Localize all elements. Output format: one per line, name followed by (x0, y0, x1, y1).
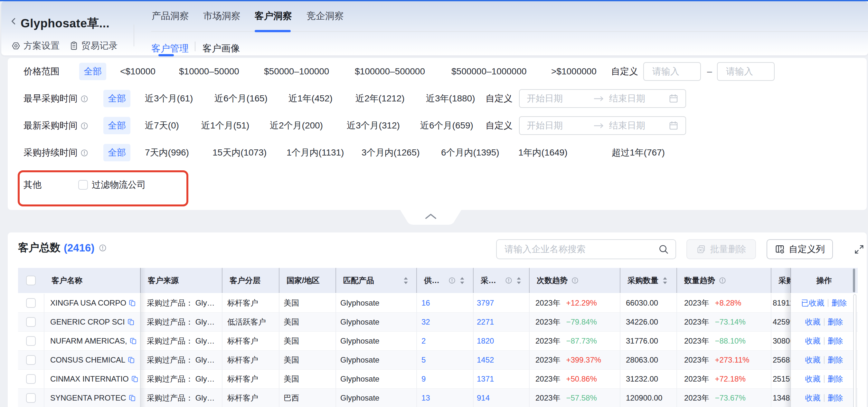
filter-option[interactable]: 1年内(1649) (518, 147, 568, 159)
date-range-input[interactable]: 开始日期结束日期 (519, 89, 686, 108)
row-checkbox[interactable] (26, 374, 36, 384)
custom-columns-button[interactable]: 自定义列 (767, 239, 833, 259)
filter-option[interactable]: 近6个月(165) (214, 92, 268, 105)
filter-option[interactable]: 15天内(1073) (213, 147, 267, 159)
price-min-input[interactable]: 请输入 (643, 62, 701, 81)
delete-link[interactable]: 删除 (828, 393, 843, 403)
customer-name[interactable]: NUFARM AMERICAS, (50, 337, 127, 345)
favorite-link[interactable]: 收藏 (805, 336, 821, 346)
filter-option[interactable]: 7天内(996) (145, 147, 189, 159)
purchase-count-link[interactable]: 1820 (477, 337, 494, 345)
customer-name[interactable]: GENERIC CROP SCI (50, 317, 125, 326)
supplier-count-link[interactable]: 2 (422, 337, 426, 345)
custom-date-label[interactable]: 自定义 (486, 92, 513, 105)
table-header-cell-quantity: 采购数量 (620, 268, 676, 293)
filter-label: 最早采购时间 (24, 92, 78, 105)
purchase-count-link[interactable]: 1371 (477, 374, 494, 383)
copy-icon[interactable] (129, 395, 136, 402)
delete-link[interactable]: 删除 (828, 374, 843, 384)
scheme-settings-button[interactable]: 方案设置 (11, 40, 60, 52)
filter-option[interactable]: >$1000000 (551, 66, 597, 76)
delete-link[interactable]: 删除 (828, 317, 843, 327)
filter-option[interactable]: 全部 (79, 63, 106, 80)
favorite-link[interactable]: 已收藏 (801, 298, 825, 308)
filter-option[interactable]: 6个月内(1395) (441, 147, 499, 159)
table-scrollbar-track[interactable] (853, 294, 857, 407)
back-button[interactable] (9, 17, 19, 26)
sort-icon[interactable] (516, 277, 522, 285)
delete-link[interactable]: 删除 (832, 298, 847, 308)
sort-icon[interactable] (662, 277, 668, 285)
filter-option[interactable]: <$10000 (120, 66, 156, 76)
filter-option[interactable]: $50000–100000 (264, 66, 329, 76)
copy-icon[interactable] (127, 318, 135, 326)
filter-option[interactable]: 3个月内(1265) (362, 147, 420, 159)
copy-icon[interactable] (130, 338, 137, 345)
supplier-count-link[interactable]: 16 (422, 299, 430, 308)
tab-market-insight[interactable]: 市场洞察 (203, 10, 241, 23)
filter-option[interactable]: $100000–500000 (355, 66, 425, 76)
tab-product-insight[interactable]: 产品洞察 (152, 10, 189, 23)
filter-option[interactable]: $500000–1000000 (452, 66, 527, 76)
supplier-count-link[interactable]: 13 (422, 394, 430, 403)
purchase-count-link[interactable]: 2271 (477, 317, 494, 326)
filter-option[interactable]: 近6个月(659) (420, 120, 473, 132)
filter-option[interactable]: 近1年(452) (288, 92, 333, 105)
company-search-input[interactable]: 请输入企业名称搜索 (496, 239, 676, 259)
copy-icon[interactable] (128, 356, 135, 364)
favorite-link[interactable]: 收藏 (805, 393, 821, 403)
supplier-count-link[interactable]: 5 (422, 355, 426, 365)
row-checkbox[interactable] (26, 317, 36, 327)
date-range-input[interactable]: 开始日期结束日期 (519, 116, 686, 135)
price-max-input[interactable]: 请输入 (717, 62, 775, 81)
collapse-filters-button[interactable] (400, 210, 461, 225)
custom-date-label[interactable]: 自定义 (486, 120, 513, 132)
sort-icon[interactable] (459, 277, 465, 285)
purchase-count-link[interactable]: 914 (477, 394, 490, 403)
subtab-customer-management[interactable]: 客户管理 (151, 42, 189, 55)
filter-option[interactable]: 1个月内(1131) (286, 147, 344, 159)
copy-icon[interactable] (129, 300, 136, 307)
customer-name[interactable]: CINMAX INTERNATIO (50, 374, 129, 383)
row-checkbox[interactable] (26, 298, 36, 308)
favorite-link[interactable]: 收藏 (805, 355, 821, 365)
fullscreen-icon[interactable] (854, 244, 864, 255)
favorite-link[interactable]: 收藏 (805, 374, 821, 384)
sort-icon[interactable] (403, 277, 409, 285)
filter-option[interactable]: 近7天(0) (145, 120, 179, 132)
filter-option[interactable]: $10000–50000 (179, 66, 239, 76)
tab-customer-insight[interactable]: 客户洞察 (255, 10, 292, 23)
subtab-customer-portrait[interactable]: 客户画像 (203, 42, 240, 55)
customer-name[interactable]: XINGFA USA CORPO (50, 299, 126, 308)
row-checkbox[interactable] (26, 393, 36, 403)
purchase-count-link[interactable]: 3797 (477, 299, 494, 308)
supplier-count-link[interactable]: 9 (422, 374, 426, 383)
filter-option[interactable]: 近3个月(312) (347, 120, 400, 132)
filter-option[interactable]: 全部 (103, 90, 130, 107)
filter-option[interactable]: 近2个月(200) (270, 120, 323, 132)
purchase-count-link[interactable]: 1452 (477, 355, 494, 365)
filter-option[interactable]: 全部 (103, 117, 130, 134)
trade-records-button[interactable]: 贸易记录 (69, 40, 118, 52)
filter-option[interactable]: 近2年(1212) (355, 92, 405, 105)
delete-link[interactable]: 删除 (828, 355, 843, 365)
tab-competitor-insight[interactable]: 竞企洞察 (307, 10, 344, 23)
table-scrollbar-thumb[interactable] (853, 269, 855, 292)
supplier-count-link[interactable]: 32 (422, 317, 430, 326)
search-icon[interactable] (658, 244, 669, 255)
row-checkbox[interactable] (26, 336, 36, 346)
filter-option[interactable]: 超过1年(767) (612, 147, 665, 159)
customer-name[interactable]: CONSUS CHEMICAL (50, 355, 125, 365)
filter-option[interactable]: 近3年(1880) (426, 92, 475, 105)
favorite-link[interactable]: 收藏 (805, 317, 821, 327)
filter-option[interactable]: 近3个月(61) (145, 92, 193, 105)
filter-option[interactable]: 近1个月(51) (201, 120, 249, 132)
copy-icon[interactable] (131, 375, 139, 383)
custom-range-label[interactable]: 自定义 (611, 65, 638, 77)
batch-delete-button[interactable]: 批量删除 (686, 239, 756, 259)
filter-option[interactable]: 全部 (103, 144, 130, 161)
customer-name[interactable]: SYNGENTA PROTEC (50, 394, 126, 403)
select-all-checkbox[interactable] (26, 276, 36, 285)
delete-link[interactable]: 删除 (828, 336, 843, 346)
row-checkbox[interactable] (26, 355, 36, 365)
